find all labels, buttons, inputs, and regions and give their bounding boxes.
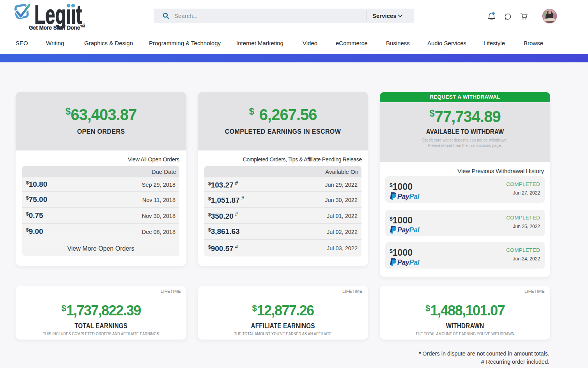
svg-text:Pal: Pal: [409, 226, 420, 234]
svg-text:Pal: Pal: [409, 258, 420, 266]
svg-text:Pal: Pal: [409, 193, 420, 200]
svg-text:Pay: Pay: [397, 258, 410, 266]
svg-text:Pay: Pay: [397, 226, 410, 234]
svg-text:Pay: Pay: [397, 193, 410, 200]
